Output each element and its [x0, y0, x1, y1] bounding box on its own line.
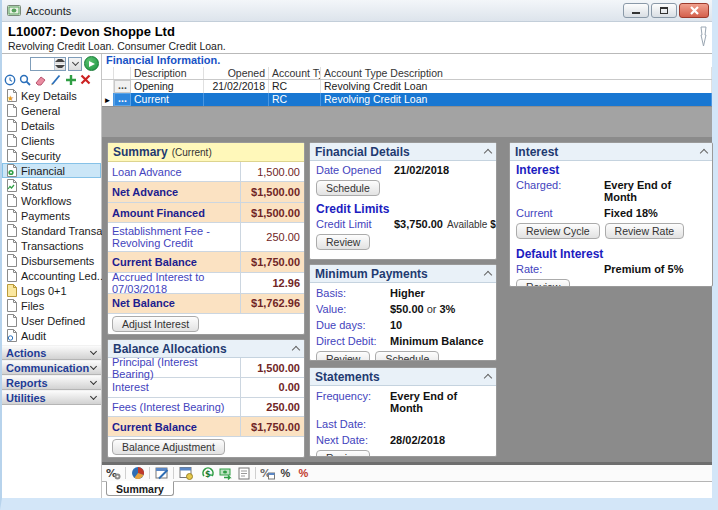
calendar-edit-icon[interactable] — [154, 466, 169, 480]
window-titlebar[interactable]: Accounts — [2, 0, 712, 22]
direct-debit-value: Minimum Balance — [390, 335, 484, 347]
delete-icon[interactable] — [80, 74, 91, 85]
schedule-button[interactable]: Schedule — [316, 180, 380, 196]
record-dropdown-button[interactable] — [68, 57, 82, 71]
sidebar-item-clients[interactable]: Clients — [2, 133, 101, 148]
close-button[interactable] — [679, 3, 709, 18]
sidebar-item-financial[interactable]: Financial — [2, 163, 101, 178]
allocation-row: Fees (Interest Bearing)250.00 — [108, 398, 304, 418]
pin-icon[interactable] — [699, 26, 708, 48]
go-arrow-icon — [89, 61, 95, 67]
calendar-schedule-icon[interactable] — [178, 466, 193, 480]
collapse-icon[interactable] — [484, 374, 492, 382]
credit-limit-value: $3,750.00 — [394, 218, 443, 230]
review-minimum-payments-button[interactable]: Review — [316, 351, 370, 361]
interest-heading: Interest — [510, 161, 712, 178]
collapse-icon[interactable] — [292, 346, 300, 354]
collapse-icon[interactable] — [700, 149, 708, 157]
eraser-icon[interactable] — [34, 74, 47, 86]
col-account-type[interactable]: Account Type — [269, 67, 321, 79]
chevron-down-icon — [90, 393, 97, 400]
sidebar-item-accounting-ledger[interactable]: Accounting Led... — [2, 268, 101, 283]
section-communication[interactable]: Communication — [2, 360, 101, 375]
review-default-interest-button[interactable]: Review — [516, 279, 570, 287]
date-opened-label: Date Opened — [316, 164, 394, 176]
table-row[interactable]: ... Opening 21/02/2018 RC Revolving Cred… — [102, 80, 712, 93]
add-icon[interactable] — [65, 74, 77, 86]
frequency-value: Every End of Month — [390, 390, 490, 414]
sidebar-item-security[interactable]: Security — [2, 148, 101, 163]
col-description[interactable]: Description — [131, 67, 204, 79]
schedule-minimum-payments-button[interactable]: Schedule — [375, 351, 439, 361]
col-account-type-description[interactable]: Account Type Description — [321, 67, 712, 79]
sidebar-item-key-details[interactable]: ★Key Details — [2, 88, 101, 103]
statements-header: Statements — [310, 368, 496, 386]
tab-summary[interactable]: Summary — [106, 481, 174, 496]
col-opened[interactable]: Opened — [204, 67, 269, 79]
edit-pencil-icon[interactable] — [50, 74, 62, 86]
sidebar-item-transactions[interactable]: Transactions — [2, 238, 101, 253]
account-title: L10007: Devon Shoppe Ltd — [8, 24, 706, 39]
allocation-row: Current Balance$1,750.00 — [108, 417, 304, 437]
percent-icon[interactable]: % — [278, 466, 293, 480]
account-header: L10007: Devon Shoppe Ltd Revolving Credi… — [2, 22, 712, 54]
sidebar-item-disbursements[interactable]: Disbursements — [2, 253, 101, 268]
go-button[interactable] — [84, 56, 99, 71]
percent-default-icon[interactable]: % — [296, 466, 311, 480]
chevron-down-icon — [90, 363, 97, 370]
sidebar-item-status[interactable]: Status — [2, 178, 101, 193]
page-icon — [6, 209, 18, 222]
sidebar-item-payments[interactable]: Payments — [2, 208, 101, 223]
summary-row: Establishment Fee - Revolving Credit250.… — [108, 223, 304, 252]
minimize-button[interactable] — [623, 3, 649, 18]
maximize-icon — [660, 7, 668, 14]
adjust-interest-button[interactable]: Adjust Interest — [112, 316, 199, 332]
sidebar-item-general[interactable]: General — [2, 103, 101, 118]
review-credit-limit-button[interactable]: Review — [316, 234, 370, 250]
row-detail-button[interactable]: ... — [114, 93, 131, 106]
section-actions[interactable]: Actions — [2, 345, 101, 360]
row-detail-button[interactable]: ... — [114, 80, 131, 93]
allocation-row: Principal (Interest Bearing)1,500.00 — [108, 358, 304, 378]
money-refresh-icon[interactable]: $ — [200, 466, 215, 480]
page-icon — [6, 149, 18, 162]
sidebar-item-user-defined[interactable]: User Defined — [2, 313, 101, 328]
history-icon[interactable] — [4, 74, 16, 86]
summary-row: Net Balance$1,762.96 — [108, 294, 304, 314]
due-days-value: 10 — [390, 319, 402, 331]
sidebar-item-logs[interactable]: Logs 0+1 — [2, 283, 101, 298]
page-chart-icon — [6, 164, 18, 177]
section-reports[interactable]: Reports — [2, 375, 101, 390]
default-rate-value: Premium of 5% — [604, 263, 683, 275]
sidebar-item-standard-transactions[interactable]: Standard Transa... — [2, 223, 101, 238]
accounts-table: Description Opened Account Type Account … — [102, 67, 712, 137]
spin-down-icon[interactable] — [55, 64, 65, 70]
sidebar-item-workflows[interactable]: Workflows — [2, 193, 101, 208]
page-logs-icon — [6, 284, 18, 297]
money-transfer-icon[interactable] — [218, 466, 233, 480]
sidebar-nav-list: ★Key Details General Details Clients Sec… — [2, 88, 101, 343]
table-row-selected[interactable]: ► ... Current RC Revolving Credit Loan — [102, 93, 712, 106]
statements-panel: Statements Frequency:Every End of Month … — [309, 367, 497, 457]
table-header-row: Description Opened Account Type Account … — [102, 67, 712, 80]
svg-text:$: $ — [205, 470, 211, 479]
sidebar-item-files[interactable]: Files — [2, 298, 101, 313]
percent-calendar-icon[interactable]: % — [260, 466, 275, 480]
review-cycle-button[interactable]: Review Cycle — [516, 223, 600, 239]
maximize-button[interactable] — [651, 3, 677, 18]
review-statements-button[interactable]: Review — [316, 450, 370, 457]
section-utilities[interactable]: Utilities — [2, 390, 101, 405]
balance-adjustment-button[interactable]: Balance Adjustment — [112, 439, 225, 455]
collapse-icon[interactable] — [484, 149, 492, 157]
sidebar-item-audit[interactable]: Audit — [2, 328, 101, 343]
pie-chart-icon[interactable] — [130, 466, 145, 480]
statement-document-icon[interactable] — [236, 466, 251, 480]
record-number-input[interactable] — [30, 57, 66, 71]
collapse-icon[interactable] — [484, 271, 492, 279]
review-rate-button[interactable]: Review Rate — [605, 223, 685, 239]
search-icon[interactable] — [19, 74, 31, 86]
sidebar-item-details[interactable]: Details — [2, 118, 101, 133]
chevron-down-icon — [90, 348, 97, 355]
record-spinner[interactable] — [54, 58, 65, 70]
percent-settings-icon[interactable]: % — [106, 466, 121, 480]
